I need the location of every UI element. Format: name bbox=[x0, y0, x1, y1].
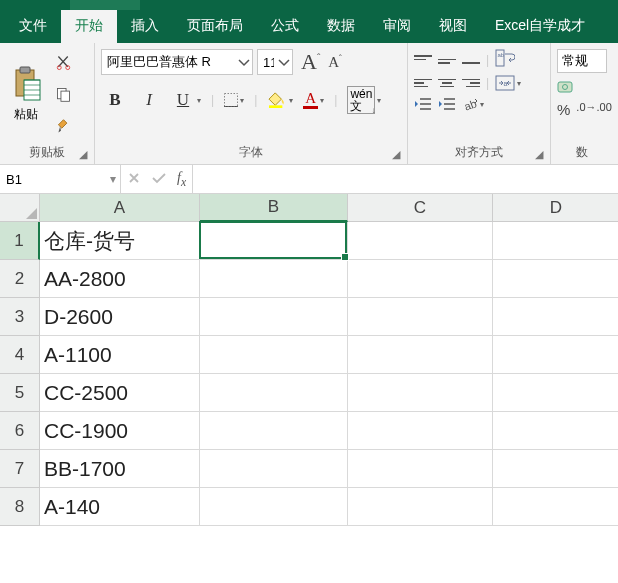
italic-button[interactable]: I bbox=[137, 89, 161, 111]
fill-color-button[interactable]: ▾ bbox=[267, 92, 293, 108]
cell-A4[interactable]: A-1100 bbox=[40, 336, 200, 374]
row-header-2[interactable]: 2 bbox=[0, 260, 40, 298]
chevron-down-icon[interactable]: ▾ bbox=[110, 172, 116, 186]
cell-C1[interactable] bbox=[348, 222, 493, 260]
cell-B2[interactable] bbox=[200, 260, 348, 298]
accounting-format-button[interactable] bbox=[557, 79, 575, 95]
name-box-input[interactable] bbox=[6, 172, 96, 187]
cell-A6[interactable]: CC-1900 bbox=[40, 412, 200, 450]
row-header-8[interactable]: 8 bbox=[0, 488, 40, 526]
cell-B5[interactable] bbox=[200, 374, 348, 412]
increase-indent-button[interactable] bbox=[438, 96, 456, 112]
borders-icon bbox=[224, 93, 238, 107]
bold-button[interactable]: B bbox=[103, 89, 127, 111]
chevron-down-icon[interactable] bbox=[237, 53, 251, 71]
font-dialog-launcher-icon[interactable]: ◢ bbox=[392, 149, 403, 160]
cell-D1[interactable] bbox=[493, 222, 618, 260]
cell-C4[interactable] bbox=[348, 336, 493, 374]
row-header-5[interactable]: 5 bbox=[0, 374, 40, 412]
svg-rect-6 bbox=[60, 91, 68, 101]
tab-view[interactable]: 视图 bbox=[425, 10, 481, 43]
column-header-B[interactable]: B bbox=[200, 194, 348, 222]
cancel-formula-button[interactable] bbox=[127, 171, 141, 188]
cut-button[interactable] bbox=[52, 52, 74, 74]
align-top-button[interactable] bbox=[414, 52, 432, 68]
cell-D6[interactable] bbox=[493, 412, 618, 450]
comma-style-button[interactable]: % bbox=[557, 101, 570, 118]
column-header-A[interactable]: A bbox=[40, 194, 200, 222]
cell-B1[interactable] bbox=[200, 222, 348, 260]
chevron-down-icon[interactable] bbox=[277, 53, 291, 71]
align-bottom-button[interactable] bbox=[462, 52, 480, 68]
font-name-select[interactable] bbox=[101, 49, 253, 75]
tab-insert[interactable]: 插入 bbox=[117, 10, 173, 43]
column-header-C[interactable]: C bbox=[348, 194, 493, 222]
insert-function-button[interactable]: fx bbox=[177, 170, 186, 189]
clipboard-dialog-launcher-icon[interactable]: ◢ bbox=[79, 149, 90, 160]
name-box[interactable]: ▾ bbox=[0, 165, 121, 193]
decrease-indent-button[interactable] bbox=[414, 96, 432, 112]
cell-B7[interactable] bbox=[200, 450, 348, 488]
cell-C2[interactable] bbox=[348, 260, 493, 298]
font-color-button[interactable]: A▾ bbox=[303, 91, 324, 109]
align-middle-button[interactable] bbox=[438, 52, 456, 68]
cell-C3[interactable] bbox=[348, 298, 493, 336]
cell-A8[interactable]: A-140 bbox=[40, 488, 200, 526]
row-header-6[interactable]: 6 bbox=[0, 412, 40, 450]
row-header-7[interactable]: 7 bbox=[0, 450, 40, 488]
tab-review[interactable]: 审阅 bbox=[369, 10, 425, 43]
row-header-1[interactable]: 1 bbox=[0, 222, 40, 260]
cell-C7[interactable] bbox=[348, 450, 493, 488]
increase-decimal-button[interactable]: .0→.00 bbox=[576, 101, 611, 118]
cell-A1[interactable]: 仓库-货号 bbox=[40, 222, 200, 260]
grow-font-button[interactable]: Aˆ bbox=[301, 49, 320, 75]
cell-D3[interactable] bbox=[493, 298, 618, 336]
paste-button[interactable]: 粘贴 bbox=[6, 47, 46, 142]
number-format-select[interactable]: 常规 bbox=[557, 49, 607, 73]
orientation-button[interactable]: ab▾ bbox=[462, 96, 484, 112]
tab-file[interactable]: 文件 bbox=[5, 10, 61, 43]
cell-B8[interactable] bbox=[200, 488, 348, 526]
align-right-button[interactable] bbox=[462, 75, 480, 91]
cell-A3[interactable]: D-2600 bbox=[40, 298, 200, 336]
borders-button[interactable]: ▾ bbox=[224, 93, 244, 107]
wrap-text-button[interactable]: ab bbox=[495, 49, 515, 70]
cell-C6[interactable] bbox=[348, 412, 493, 450]
format-painter-button[interactable] bbox=[52, 115, 74, 137]
cell-A5[interactable]: CC-2500 bbox=[40, 374, 200, 412]
select-all-corner[interactable] bbox=[0, 194, 40, 222]
cell-A2[interactable]: AA-2800 bbox=[40, 260, 200, 298]
shrink-font-button[interactable]: Aˆ bbox=[328, 54, 342, 71]
phonetic-guide-button[interactable]: wén文▾ bbox=[347, 86, 381, 114]
formula-input[interactable] bbox=[193, 165, 618, 193]
cell-D4[interactable] bbox=[493, 336, 618, 374]
cell-D5[interactable] bbox=[493, 374, 618, 412]
merge-center-button[interactable]: a▾ bbox=[495, 75, 521, 91]
row-header-4[interactable]: 4 bbox=[0, 336, 40, 374]
font-name-input[interactable] bbox=[101, 49, 253, 75]
copy-button[interactable] bbox=[52, 83, 74, 105]
tab-data[interactable]: 数据 bbox=[313, 10, 369, 43]
cell-C8[interactable] bbox=[348, 488, 493, 526]
font-size-select[interactable] bbox=[257, 49, 293, 75]
enter-formula-button[interactable] bbox=[151, 171, 167, 188]
align-dialog-launcher-icon[interactable]: ◢ bbox=[535, 149, 546, 160]
cell-D8[interactable] bbox=[493, 488, 618, 526]
cell-C5[interactable] bbox=[348, 374, 493, 412]
cell-B3[interactable] bbox=[200, 298, 348, 336]
underline-button[interactable]: U▾ bbox=[171, 89, 201, 111]
align-left-button[interactable] bbox=[414, 75, 432, 91]
tab-home[interactable]: 开始 bbox=[61, 10, 117, 43]
cell-D2[interactable] bbox=[493, 260, 618, 298]
cell-B4[interactable] bbox=[200, 336, 348, 374]
tab-addin[interactable]: Excel自学成才 bbox=[481, 10, 599, 43]
align-center-button[interactable] bbox=[438, 75, 456, 91]
ribbon-tabs: 文件 开始 插入 页面布局 公式 数据 审阅 视图 Excel自学成才 bbox=[0, 10, 618, 43]
cell-B6[interactable] bbox=[200, 412, 348, 450]
row-header-3[interactable]: 3 bbox=[0, 298, 40, 336]
tab-formulas[interactable]: 公式 bbox=[257, 10, 313, 43]
tab-page-layout[interactable]: 页面布局 bbox=[173, 10, 257, 43]
column-header-D[interactable]: D bbox=[493, 194, 618, 222]
cell-D7[interactable] bbox=[493, 450, 618, 488]
cell-A7[interactable]: BB-1700 bbox=[40, 450, 200, 488]
